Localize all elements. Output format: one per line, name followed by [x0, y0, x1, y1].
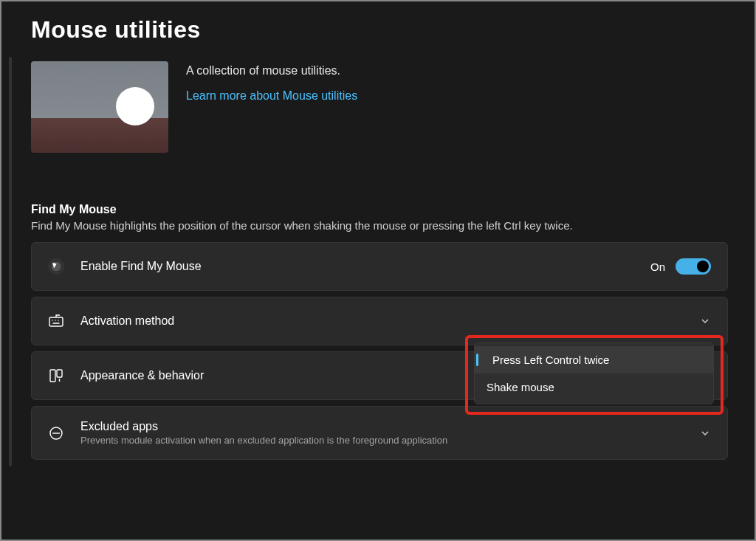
chevron-down-icon — [699, 427, 711, 439]
toggle-state-label: On — [650, 261, 665, 273]
dropdown-option-label: Press Left Control twice — [487, 354, 609, 366]
keyboard-icon — [48, 313, 64, 329]
excluded-icon — [48, 425, 64, 441]
scrollbar[interactable] — [9, 57, 12, 466]
toggle-knob — [697, 261, 709, 272]
excluded-apps-card[interactable]: Excluded apps Prevents module activation… — [31, 406, 728, 460]
page-title: Mouse utilities — [31, 16, 728, 44]
main-content: Mouse utilities A collection of mouse ut… — [1, 1, 755, 480]
enable-label: Enable Find My Mouse — [80, 260, 634, 273]
learn-more-link[interactable]: Learn more about Mouse utilities — [186, 89, 357, 103]
appearance-icon — [48, 368, 64, 384]
activation-method-card[interactable]: Activation method — [31, 297, 728, 345]
section-description: Find My Mouse highlights the position of… — [31, 219, 728, 232]
hero-section: A collection of mouse utilities. Learn m… — [31, 61, 728, 153]
dropdown-option-label: Shake mouse — [487, 381, 554, 393]
excluded-apps-subtitle: Prevents module activation when an exclu… — [80, 435, 683, 446]
hero-text: A collection of mouse utilities. Learn m… — [186, 61, 357, 103]
section-header: Find My Mouse Find My Mouse highlights t… — [31, 203, 728, 232]
chevron-down-icon — [699, 315, 711, 327]
hero-thumbnail — [31, 61, 168, 153]
svg-rect-0 — [49, 317, 63, 326]
svg-rect-6 — [57, 370, 62, 377]
enable-find-my-mouse-card: Enable Find My Mouse On — [31, 242, 728, 291]
dropdown-option-shake-mouse[interactable]: Shake mouse — [475, 373, 713, 401]
dropdown-option-press-left-control[interactable]: Press Left Control twice — [475, 346, 713, 373]
hero-description: A collection of mouse utilities. — [186, 64, 357, 77]
section-title: Find My Mouse — [31, 203, 728, 216]
activation-method-label: Activation method — [80, 314, 683, 328]
excluded-apps-label: Excluded apps — [80, 420, 683, 433]
cursor-spotlight-icon — [48, 258, 64, 275]
svg-rect-5 — [50, 370, 55, 382]
enable-toggle[interactable] — [676, 258, 711, 275]
activation-method-dropdown[interactable]: Press Left Control twice Shake mouse — [474, 342, 714, 404]
